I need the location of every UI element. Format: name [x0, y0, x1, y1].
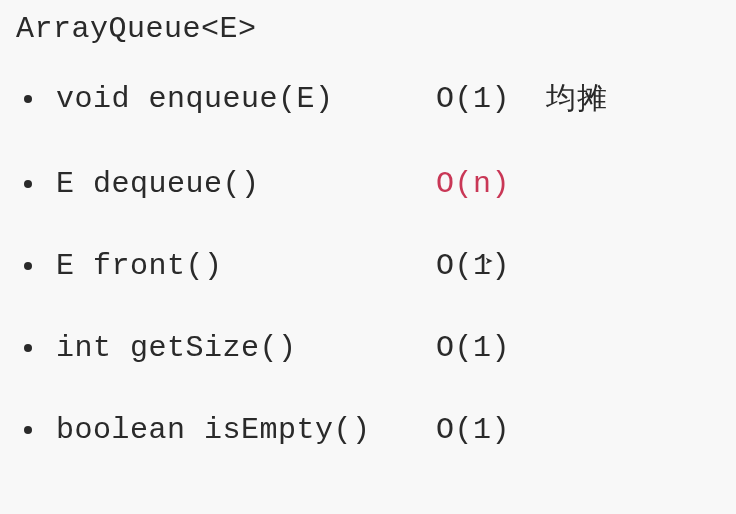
bullet-icon — [24, 180, 32, 188]
method-complexity: O(1) — [436, 331, 546, 365]
method-row: E dequeue() O(n) — [16, 167, 720, 201]
method-signature: E dequeue() — [56, 167, 436, 201]
bullet-icon — [24, 344, 32, 352]
bullet-icon — [24, 262, 32, 270]
method-complexity: O(1) — [436, 249, 546, 283]
method-row: int getSize() O(1) — [16, 331, 720, 365]
method-complexity: O(n) — [436, 167, 546, 201]
class-title: ArrayQueue<E> — [16, 12, 720, 46]
method-row: boolean isEmpty() O(1) — [16, 413, 720, 447]
method-complexity: O(1) — [436, 82, 546, 116]
method-list: void enqueue(E) O(1) 均摊 E dequeue() O(n)… — [16, 78, 720, 447]
method-signature: void enqueue(E) — [56, 82, 436, 116]
method-complexity: O(1) — [436, 413, 546, 447]
method-signature: E front() — [56, 249, 436, 283]
bullet-icon — [24, 95, 32, 103]
method-row: E front() O(1) — [16, 249, 720, 283]
method-signature: int getSize() — [56, 331, 436, 365]
bullet-icon — [24, 426, 32, 434]
method-note: 均摊 — [546, 78, 607, 119]
method-row: void enqueue(E) O(1) 均摊 — [16, 78, 720, 119]
method-signature: boolean isEmpty() — [56, 413, 436, 447]
